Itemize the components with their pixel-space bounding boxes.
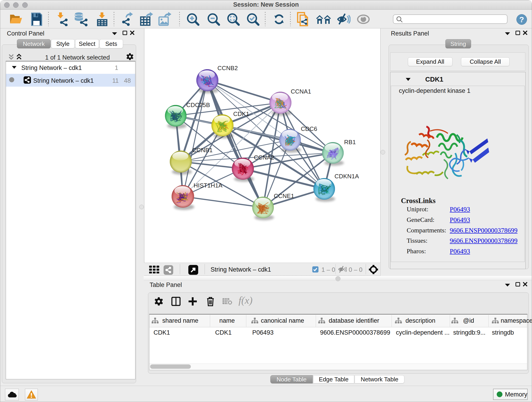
svg-text:CCNA2: CCNA2 (254, 154, 274, 161)
svg-text:HIST1H1A: HIST1H1A (194, 182, 222, 189)
svg-text:RB1: RB1 (344, 139, 356, 146)
svg-text:CCNB1: CCNB1 (192, 147, 213, 153)
svg-text:CCNE1: CCNE1 (274, 192, 294, 199)
svg-text:CDKN1A: CDKN1A (335, 173, 359, 180)
svg-text:CDC6: CDC6 (301, 125, 317, 132)
svg-text:CDC25B: CDC25B (186, 102, 210, 108)
svg-text:CCNA1: CCNA1 (291, 88, 311, 95)
svg-text:CDK1: CDK1 (233, 110, 249, 117)
svg-text:CCNB2: CCNB2 (217, 65, 238, 71)
